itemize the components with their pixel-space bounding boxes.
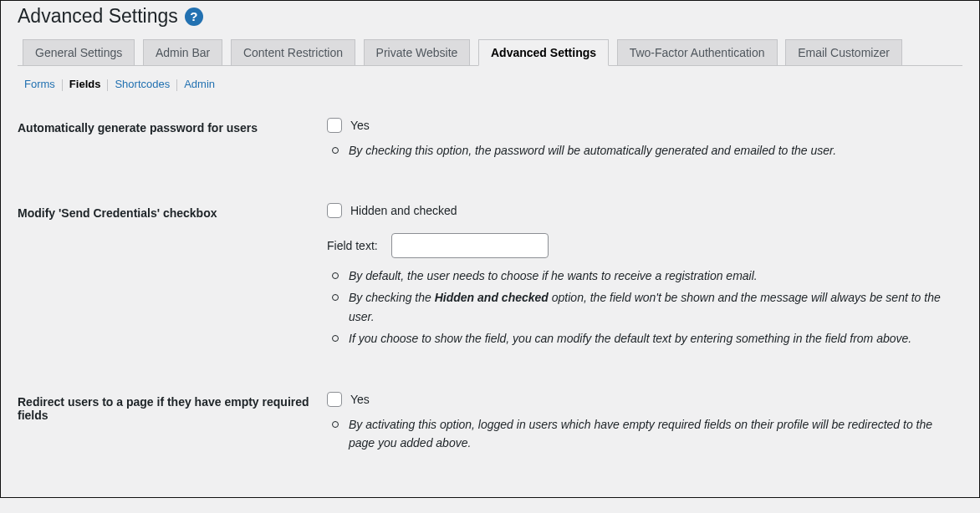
redirect-empty-checkbox-label: Yes [350,393,370,406]
send-credentials-description-2: By checking the Hidden and checked optio… [327,288,954,326]
tab-private-website[interactable]: Private Website [364,39,471,65]
sub-tabs: Forms Fields Shortcodes Admin [18,78,962,91]
tab-admin-bar[interactable]: Admin Bar [143,39,222,65]
auto-password-description: By checking this option, the password wi… [327,141,954,160]
auto-password-checkbox-label: Yes [350,119,370,132]
hidden-and-checked-checkbox-label: Hidden and checked [350,204,457,217]
send-credentials-description-1: By default, the user needs to choose if … [327,267,954,285]
tab-advanced-settings[interactable]: Advanced Settings [478,39,609,66]
subtab-fields[interactable]: Fields [63,74,108,94]
subtab-forms[interactable]: Forms [18,74,62,94]
subtab-admin[interactable]: Admin [177,74,222,94]
redirect-empty-checkbox[interactable] [327,392,342,407]
redirect-empty-label: Redirect users to a page if they have em… [18,377,327,481]
tab-content-restriction[interactable]: Content Restriction [231,39,355,65]
page-title: Advanced Settings [18,5,178,28]
help-icon[interactable]: ? [185,8,203,26]
send-credentials-label: Modify 'Send Credentials' checkbox [18,188,327,377]
tab-email-customizer[interactable]: Email Customizer [785,39,902,65]
subtab-shortcodes[interactable]: Shortcodes [108,74,176,94]
redirect-empty-description: By activating this option, logged in use… [327,415,954,453]
send-credentials-description-3: If you choose to show the field, you can… [327,329,954,348]
field-text-input[interactable] [391,233,549,258]
hidden-and-checked-checkbox[interactable] [327,203,342,218]
auto-password-checkbox[interactable] [327,118,342,133]
tab-general-settings[interactable]: General Settings [23,39,135,65]
primary-tabs: General Settings Admin Bar Content Restr… [18,39,962,66]
tab-two-factor-auth[interactable]: Two-Factor Authentication [617,39,778,65]
auto-password-label: Automatically generate password for user… [18,103,327,188]
field-text-label: Field text: [327,239,378,252]
